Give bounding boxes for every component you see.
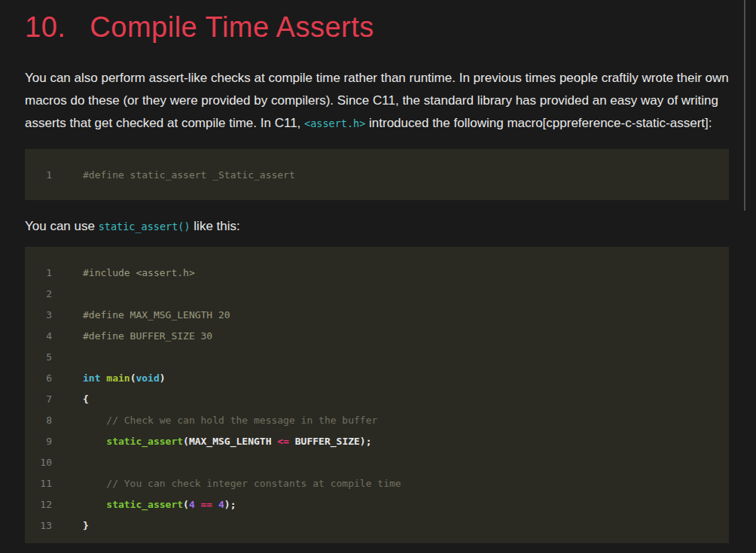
code-text: #include <assert.h> [83, 267, 195, 278]
code-token: 4 [189, 499, 195, 510]
line-number: 1 [40, 267, 52, 278]
intro-text-after: introduced the following macro[cpprefere… [365, 116, 712, 130]
code-token: (MAX_MSG_LENGTH [183, 436, 277, 447]
code-token: static_assert [106, 436, 183, 447]
line-number: 11 [40, 478, 52, 489]
line-number: 8 [40, 415, 52, 426]
code-text: } [83, 520, 89, 531]
code-line: 1#define static_assert _Static_assert [25, 164, 729, 185]
usage-text-after: like this: [191, 219, 240, 233]
code-line: 13} [25, 515, 729, 536]
section-number: 10. [25, 11, 66, 43]
code-token: #define BUFFER_SIZE 30 [83, 330, 212, 342]
line-number: 5 [40, 351, 52, 363]
code-token: } [83, 520, 89, 531]
line-number: 3 [40, 309, 52, 321]
line-number: 13 [40, 520, 52, 531]
code-token: int [83, 372, 100, 384]
code-token: BUFFER_SIZE); [289, 436, 372, 447]
line-number: 10 [40, 457, 52, 468]
line-number: 7 [40, 393, 52, 405]
inline-code-static-assert: static_assert() [99, 220, 191, 232]
code-token [83, 499, 106, 510]
code-token: main [106, 372, 130, 384]
usage-text-before: You can use [25, 219, 99, 233]
code-text: #define MAX_MSG_LENGTH 20 [83, 309, 230, 321]
code-line: 5 [25, 346, 729, 367]
code-text: static_assert(4 == 4); [83, 499, 236, 510]
code-line: 3#define MAX_MSG_LENGTH 20 [25, 304, 729, 325]
inline-code-assert-header: <assert.h> [304, 117, 365, 129]
section-title: Compile Time Asserts [90, 11, 373, 43]
code-line: 11 // You can check integer constants at… [25, 472, 729, 494]
code-text: #define static_assert _Static_assert [83, 169, 295, 181]
code-token: 4 [218, 499, 224, 510]
code-line: 7{ [25, 388, 729, 409]
code-token: // Check we can hold the message in the … [83, 415, 377, 426]
code-token [212, 499, 218, 510]
code-token: #define static_assert _Static_assert [83, 169, 295, 181]
code-line: 6int main(void) [25, 367, 729, 388]
code-text: { [83, 393, 89, 405]
code-text: static_assert(MAX_MSG_LENGTH <= BUFFER_S… [83, 436, 372, 447]
code-block-usage-example: 1#include <assert.h>23#define MAX_MSG_LE… [25, 247, 729, 543]
code-line: 8 // Check we can hold the message in th… [25, 409, 729, 430]
code-token: #define MAX_MSG_LENGTH 20 [83, 309, 230, 321]
code-text: int main(void) [83, 372, 166, 384]
code-line: 9 static_assert(MAX_MSG_LENGTH <= BUFFER… [25, 430, 729, 451]
code-block-macro-definition: 1#define static_assert _Static_assert [25, 149, 729, 200]
line-number: 6 [40, 372, 52, 384]
code-line: 2 [25, 283, 729, 304]
code-token: <= [277, 436, 289, 447]
usage-paragraph: You can use static_assert() like this: [25, 215, 729, 238]
article: 10.Compile Time Asserts You can also per… [0, 11, 756, 543]
code-token: { [83, 393, 89, 405]
code-text: #define BUFFER_SIZE 30 [83, 330, 212, 342]
code-token: ( [183, 499, 189, 510]
code-text: // You can check integer constants at co… [83, 478, 401, 489]
code-token: static_assert [106, 499, 183, 510]
code-token: #include <assert.h> [83, 267, 195, 278]
code-token: ) [160, 372, 166, 384]
scrollbar-thumb[interactable] [744, 0, 745, 211]
line-number: 9 [40, 436, 52, 447]
code-token: == [201, 499, 213, 510]
code-text: // Check we can hold the message in the … [83, 415, 377, 426]
code-token [83, 436, 106, 447]
page-title: 10.Compile Time Asserts [25, 11, 729, 44]
code-line: 12 static_assert(4 == 4); [25, 494, 729, 515]
code-line: 4#define BUFFER_SIZE 30 [25, 325, 729, 346]
line-number: 2 [40, 288, 52, 299]
code-token: ); [224, 499, 236, 510]
line-number: 12 [40, 499, 52, 510]
code-line: 10 [25, 451, 729, 472]
intro-paragraph: You can also perform assert-like checks … [25, 67, 729, 135]
line-number: 1 [40, 169, 52, 181]
code-token: void [136, 372, 159, 384]
code-token [195, 499, 201, 510]
code-line: 1#include <assert.h> [25, 262, 729, 283]
code-token: // You can check integer constants at co… [83, 478, 401, 489]
line-number: 4 [40, 330, 52, 342]
